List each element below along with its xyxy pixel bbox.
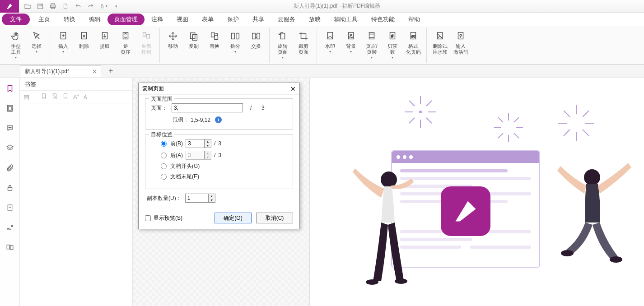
page-input[interactable] bbox=[172, 103, 243, 112]
after-radio[interactable] bbox=[161, 153, 167, 158]
menu-convert[interactable]: 转换 bbox=[57, 14, 82, 25]
menu-bar: 文件 主页 转换 编辑 页面管理 注释 视图 表单 保护 共享 云服务 放映 辅… bbox=[0, 13, 644, 26]
cancel-button[interactable]: 取消(C) bbox=[256, 213, 293, 223]
menu-cloud[interactable]: 云服务 bbox=[271, 14, 302, 25]
ribbon-extract-button[interactable]: 提取 bbox=[94, 28, 115, 63]
ribbon-reverse-button[interactable]: 逆页序 bbox=[115, 28, 136, 63]
print-icon[interactable] bbox=[49, 2, 57, 10]
touch-icon[interactable]: ▾ bbox=[99, 2, 107, 10]
form-icon[interactable] bbox=[5, 203, 15, 213]
ribbon-activate-button[interactable]: 输入激活码 bbox=[450, 28, 471, 63]
preview-checkbox-row[interactable]: 显示预览(S) bbox=[145, 214, 182, 222]
close-tab-icon[interactable]: ✕ bbox=[92, 68, 97, 75]
svg-line-48 bbox=[409, 118, 415, 123]
menu-help[interactable]: 帮助 bbox=[401, 14, 427, 25]
menu-edit[interactable]: 编辑 bbox=[82, 14, 107, 25]
ribbon-formatnum-button[interactable]: #0格式化页码 bbox=[403, 28, 424, 63]
menu-features[interactable]: 特色功能 bbox=[364, 14, 401, 25]
bookmark-panel: 书签 ▤ A+ A– bbox=[20, 78, 133, 306]
info-icon[interactable]: i bbox=[215, 116, 222, 123]
ribbon: 手型工具▾选择▾插入▾删除提取逆页序重新排列移动复制替换拆分▾交换旋转页面▾裁剪… bbox=[0, 26, 644, 65]
svg-text:#0: #0 bbox=[411, 34, 415, 38]
bookmark-list-icon[interactable]: ▤ bbox=[23, 93, 29, 101]
ribbon-swap-button[interactable]: 交换 bbox=[246, 28, 266, 63]
svg-line-47 bbox=[426, 101, 432, 106]
svg-rect-15 bbox=[232, 33, 234, 39]
before-radio[interactable] bbox=[161, 141, 167, 147]
bookmark-icon[interactable] bbox=[5, 83, 15, 93]
ribbon-replace-button[interactable]: 替换 bbox=[204, 28, 225, 63]
ribbon-copy-button[interactable]: 复制 bbox=[183, 28, 204, 63]
comments-icon[interactable] bbox=[5, 123, 15, 133]
ribbon-rearrange-button: 重新排列 bbox=[136, 28, 157, 63]
doc-end-radio[interactable] bbox=[161, 174, 167, 180]
redo-icon[interactable] bbox=[87, 2, 95, 10]
ribbon-watermark-button[interactable]: 水印▾ bbox=[320, 28, 341, 63]
font-larger-icon[interactable]: A+ bbox=[73, 93, 79, 100]
svg-text:#: # bbox=[391, 34, 393, 38]
copies-spinner[interactable]: ▲▼ bbox=[185, 194, 215, 203]
svg-rect-14 bbox=[215, 35, 218, 39]
ribbon-insert-button[interactable]: 插入▾ bbox=[53, 28, 74, 63]
menu-protect[interactable]: 保护 bbox=[220, 14, 246, 25]
doc-begin-label: 文档开头(G) bbox=[170, 162, 200, 170]
doc-begin-radio[interactable] bbox=[161, 163, 167, 169]
menu-view[interactable]: 视图 bbox=[170, 14, 195, 25]
pages-icon[interactable] bbox=[5, 103, 15, 113]
after-label: 后(A) bbox=[170, 152, 183, 159]
target-fieldset: 目标位置 前(B) ▲▼ / 3 后(A) ▲▼ / 3 文档开头(G) bbox=[145, 134, 293, 189]
example-label: 范例： bbox=[173, 116, 189, 124]
svg-line-45 bbox=[409, 101, 415, 106]
ok-button[interactable]: 确定(O) bbox=[215, 213, 252, 223]
menu-home[interactable]: 主页 bbox=[32, 14, 57, 25]
bookmark-add-icon[interactable] bbox=[41, 93, 47, 101]
signature-icon[interactable] bbox=[5, 223, 15, 232]
ribbon-delete-button[interactable]: 删除 bbox=[74, 28, 94, 63]
security-icon[interactable] bbox=[5, 183, 15, 193]
ribbon-bates-button[interactable]: #贝茨数▾ bbox=[382, 28, 403, 63]
document-view[interactable] bbox=[310, 78, 644, 306]
file-icon[interactable] bbox=[61, 2, 70, 10]
ribbon-headerfooter-button[interactable]: 页眉/页脚▾ bbox=[361, 28, 382, 63]
layers-icon[interactable] bbox=[5, 143, 15, 153]
qat-dropdown-icon[interactable]: ▾ bbox=[112, 2, 120, 10]
svg-line-62 bbox=[564, 111, 570, 117]
ribbon-crop-button[interactable]: 裁剪页面 bbox=[293, 28, 314, 63]
open-icon[interactable] bbox=[23, 2, 32, 10]
save-icon[interactable] bbox=[36, 2, 44, 10]
menu-accessibility[interactable]: 辅助工具 bbox=[327, 14, 364, 25]
svg-point-70 bbox=[561, 250, 574, 256]
before-spinner[interactable]: ▲▼ bbox=[186, 139, 211, 148]
svg-point-68 bbox=[395, 278, 407, 284]
ribbon-move-button[interactable]: 移动 bbox=[163, 28, 183, 63]
ribbon-select-button[interactable]: 选择▾ bbox=[26, 28, 47, 63]
undo-icon[interactable] bbox=[74, 2, 82, 10]
menu-file[interactable]: 文件 bbox=[2, 14, 30, 25]
menu-share[interactable]: 共享 bbox=[246, 14, 271, 25]
compare-icon[interactable] bbox=[5, 242, 15, 252]
dialog-close-icon[interactable]: ✕ bbox=[290, 85, 296, 93]
page-range-fieldset: 页面范围 页面： / 3 范例： 1,5-9,12 i bbox=[145, 98, 293, 130]
ribbon-split-button[interactable]: 拆分▾ bbox=[225, 28, 246, 63]
document-tab[interactable]: 新人引导(1)(1).pdf ✕ bbox=[20, 65, 101, 77]
bookmark-expand-icon[interactable] bbox=[62, 93, 69, 101]
ribbon-hand-button[interactable]: 手型工具▾ bbox=[5, 28, 26, 63]
svg-rect-0 bbox=[38, 4, 43, 9]
menu-comment[interactable]: 注释 bbox=[145, 14, 170, 25]
ribbon-delwm-button[interactable]: 删除试用水印 bbox=[429, 28, 450, 63]
menu-page-manage[interactable]: 页面管理 bbox=[107, 14, 145, 25]
attachments-icon[interactable] bbox=[5, 163, 15, 173]
new-tab-button[interactable]: + bbox=[108, 66, 113, 76]
svg-rect-10 bbox=[147, 34, 149, 38]
font-smaller-icon[interactable]: A– bbox=[84, 94, 89, 100]
illustration-person-right bbox=[554, 159, 635, 287]
bookmark-remove-icon[interactable] bbox=[51, 93, 58, 101]
ribbon-background-button[interactable]: 背景▾ bbox=[341, 28, 361, 63]
ribbon-rotate-button[interactable]: 旋转页面▾ bbox=[272, 28, 293, 63]
preview-checkbox[interactable] bbox=[145, 215, 151, 221]
menu-present[interactable]: 放映 bbox=[302, 14, 327, 25]
menu-form[interactable]: 表单 bbox=[195, 14, 220, 25]
firework-icon bbox=[400, 92, 441, 134]
svg-rect-1 bbox=[39, 4, 41, 5]
quick-access-toolbar: ▾ ▾ bbox=[23, 2, 120, 10]
